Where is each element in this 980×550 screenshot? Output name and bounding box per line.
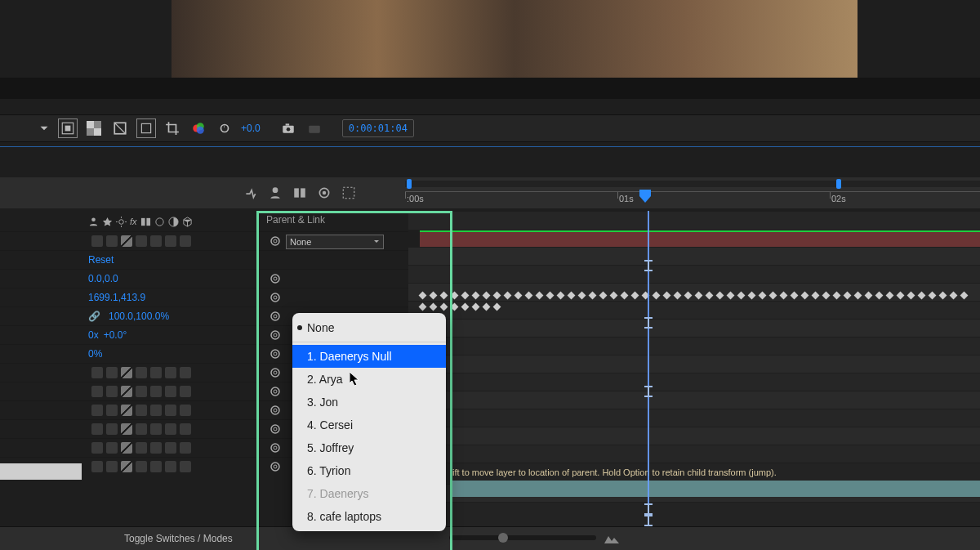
svg-rect-16 — [294, 188, 299, 197]
menu-item[interactable]: 2. Arya — [292, 368, 446, 391]
pickwhip-icon[interactable] — [270, 386, 281, 397]
menu-item-none[interactable]: None — [292, 316, 446, 339]
crop-icon[interactable] — [163, 118, 182, 138]
svg-point-38 — [274, 315, 277, 318]
property-row[interactable]: Reset — [0, 250, 408, 269]
pickwhip-icon[interactable] — [270, 329, 281, 341]
parent-layer-menu[interactable]: None 1. Daenerys Null 2. Arya 3. Jon 4. … — [292, 313, 446, 531]
svg-point-44 — [274, 371, 277, 374]
svg-point-45 — [271, 387, 279, 396]
timeline-body[interactable]: ift to move layer to location of parent.… — [408, 211, 980, 550]
motion-blur-icon[interactable] — [317, 186, 332, 200]
menu-item-label: None — [307, 321, 334, 334]
transparency-grid-icon[interactable] — [84, 118, 104, 138]
svg-point-34 — [274, 277, 277, 280]
graph-editor-icon[interactable] — [341, 186, 356, 200]
menu-item[interactable]: 8. cafe laptops — [292, 505, 446, 528]
svg-rect-6 — [141, 123, 150, 132]
rotation-degrees[interactable]: +0.0° — [104, 329, 127, 341]
parent-hint-text: ift to move layer to location of parent.… — [452, 467, 777, 477]
svg-point-47 — [271, 406, 279, 414]
menu-item-label: 2. Arya — [307, 373, 343, 386]
timeline-mini-toolbar — [243, 177, 356, 208]
menu-item[interactable]: 6. Tyrion — [292, 459, 446, 482]
frame-blend-icon[interactable] — [292, 186, 307, 200]
svg-point-33 — [271, 275, 279, 283]
menu-item[interactable]: 4. Cersei — [292, 414, 446, 436]
ibeam-marker — [644, 260, 653, 271]
layer-duration-bar-teal[interactable] — [452, 481, 980, 497]
property-row[interactable]: 0.0,0.0 — [0, 269, 408, 288]
svg-rect-17 — [301, 188, 305, 197]
zoom-slider[interactable] — [449, 535, 596, 540]
playhead[interactable] — [638, 190, 653, 208]
ibeam-marker — [644, 515, 653, 526]
toolbar-dropdown[interactable] — [37, 121, 51, 136]
pickwhip-icon[interactable] — [270, 423, 281, 435]
svg-rect-13 — [285, 123, 289, 125]
svg-rect-20 — [343, 187, 354, 199]
grid-icon[interactable] — [58, 118, 78, 138]
reset-link[interactable]: Reset — [88, 254, 114, 266]
menu-item[interactable]: 5. Joffrey — [292, 436, 446, 459]
svg-point-19 — [323, 191, 327, 195]
ruler-label: :00s — [407, 194, 424, 203]
menu-item-label: 8. cafe laptops — [307, 510, 381, 523]
shy-icon[interactable] — [268, 186, 283, 200]
zoom-slider-thumb[interactable] — [498, 533, 508, 543]
pickwhip-icon[interactable] — [270, 348, 281, 360]
opacity-value[interactable]: 0% — [88, 348, 102, 360]
parent-dropdown[interactable]: None — [286, 235, 384, 249]
exposure-value[interactable]: +0.0 — [241, 123, 261, 134]
ibeam-marker — [644, 503, 653, 515]
zoom-mountain-icon[interactable] — [604, 532, 619, 543]
svg-point-22 — [119, 219, 124, 224]
pickwhip-icon[interactable] — [270, 292, 281, 303]
composition-preview — [172, 0, 858, 78]
anchor-point-value[interactable]: 0.0,0.0 — [88, 273, 118, 284]
svg-point-37 — [271, 312, 279, 320]
scale-value[interactable]: 100.0,100.0% — [109, 311, 169, 322]
constrain-proportions-icon[interactable]: 🔗 — [88, 311, 100, 322]
show-snapshot-icon[interactable] — [305, 118, 324, 138]
layer-duration-bar[interactable] — [420, 232, 980, 247]
menu-item[interactable]: 3. Jon — [292, 391, 446, 414]
fx-column-icon: fx — [130, 217, 137, 226]
panel-gap — [0, 149, 980, 177]
current-timecode[interactable]: 0:00:01:04 — [342, 119, 414, 137]
timeline-footer: Toggle Switches / Modes — [0, 526, 980, 550]
work-area-end-handle[interactable] — [836, 179, 841, 189]
position-value[interactable]: 1699.1,413.9 — [88, 292, 145, 303]
keyframe-track[interactable] — [420, 289, 980, 301]
3d-column-icon — [182, 217, 193, 227]
color-icon[interactable] — [189, 118, 208, 138]
rotation-revolutions[interactable]: 0x — [88, 329, 99, 341]
svg-point-40 — [274, 333, 277, 337]
work-area-start-handle[interactable] — [407, 179, 412, 189]
pickwhip-icon[interactable] — [270, 367, 281, 378]
mask-icon[interactable] — [110, 118, 130, 138]
time-ruler[interactable]: :00s 01s 02s — [405, 177, 980, 208]
toggle-switches-modes-button[interactable]: Toggle Switches / Modes — [124, 533, 233, 544]
composition-flow-icon[interactable] — [243, 186, 258, 200]
snapshot-icon[interactable] — [278, 118, 298, 138]
menu-item-label: 6. Tyrion — [307, 464, 350, 477]
property-row[interactable]: 1699.1,413.9 — [0, 288, 408, 306]
svg-point-51 — [271, 444, 279, 452]
menu-item-disabled: 7. Daenerys — [292, 482, 446, 505]
layer-row[interactable]: None — [0, 231, 408, 250]
exposure-icon[interactable] — [215, 118, 234, 138]
region-icon[interactable] — [136, 118, 156, 138]
timeline-header: :00s 01s 02s — [0, 177, 980, 208]
pickwhip-icon[interactable] — [270, 442, 281, 454]
pickwhip-icon[interactable] — [270, 461, 281, 472]
menu-item-selected[interactable]: 1. Daenerys Null — [292, 345, 446, 368]
svg-point-39 — [271, 331, 279, 339]
layer-switches-header: fx — [88, 212, 193, 230]
pickwhip-icon[interactable] — [270, 405, 281, 416]
pickwhip-icon[interactable] — [270, 273, 281, 284]
pickwhip-icon[interactable] — [270, 311, 281, 322]
pickwhip-icon[interactable] — [270, 235, 281, 247]
parent-dropdown-value: None — [290, 237, 311, 247]
motion-blur-column-icon — [154, 217, 165, 227]
